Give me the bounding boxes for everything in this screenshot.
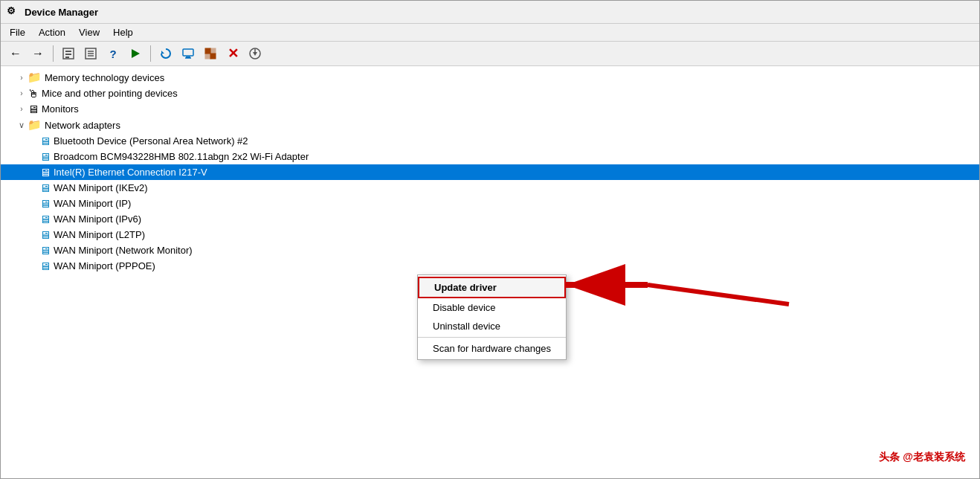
menu-file[interactable]: File [4, 25, 31, 39]
icon-network: 📁 [28, 118, 42, 132]
toolbar-forward-button[interactable]: → [28, 44, 48, 63]
device-tree[interactable]: › 📁 Memory technology devices › 🖱 Mice a… [1, 66, 979, 478]
svg-rect-13 [205, 48, 210, 54]
toolbar-back-button[interactable]: ← [5, 44, 26, 63]
menu-help[interactable]: Help [107, 25, 139, 39]
toolbar-btn-download[interactable] [245, 44, 265, 63]
tree-item-wan-ikev2[interactable]: 🖥 WAN Miniport (IKEv2) [1, 180, 979, 196]
ctx-disable-device-label: Disable device [433, 302, 496, 313]
toolbar-btn-help[interactable]: ? [103, 44, 123, 63]
toolbar-btn-display[interactable] [178, 44, 199, 63]
tree-item-broadcom[interactable]: 🖥 Broadcom BCM943228HMB 802.11abgn 2x2 W… [1, 149, 979, 164]
ctx-update-driver-label: Update driver [434, 282, 497, 293]
tree-item-mice[interactable]: › 🖱 Mice and other pointing devices [1, 86, 979, 101]
svg-rect-14 [210, 48, 216, 54]
icon-wan-ikev2: 🖥 [39, 181, 51, 194]
svg-rect-15 [205, 54, 210, 59]
tree-item-wan-ip[interactable]: 🖥 WAN Miniport (IP) [1, 196, 979, 211]
label-intel: Intel(R) Ethernet Connection I217-V [54, 167, 207, 178]
tree-item-wan-ipv6[interactable]: 🖥 WAN Miniport (IPv6) [1, 211, 979, 227]
ctx-disable-device[interactable]: Disable device [418, 298, 566, 317]
svg-line-22 [648, 285, 789, 304]
svg-rect-2 [65, 54, 71, 55]
toolbar-separator-1 [53, 45, 54, 62]
icon-wan-netmon: 🖥 [39, 244, 51, 257]
toggle-memory[interactable]: › [16, 74, 28, 82]
icon-intel: 🖥 [39, 166, 51, 179]
toolbar-separator-2 [150, 45, 151, 62]
svg-rect-1 [65, 51, 71, 52]
label-wan-netmon: WAN Miniport (Network Monitor) [54, 245, 193, 256]
toolbar-btn-refresh[interactable] [155, 44, 176, 63]
menu-bar: File Action View Help [1, 24, 979, 42]
title-bar: ⚙ Device Manager [1, 1, 979, 24]
toolbar-btn-properties[interactable] [58, 44, 79, 63]
icon-broadcom: 🖥 [39, 150, 51, 163]
toolbar: ← → ? ✕ [1, 42, 979, 66]
icon-wan-ip: 🖥 [39, 197, 51, 210]
toggle-network[interactable]: ∨ [16, 120, 28, 130]
toolbar-btn-remove[interactable]: ✕ [222, 44, 243, 63]
content-area: › 📁 Memory technology devices › 🖱 Mice a… [1, 66, 979, 478]
toolbar-btn-run[interactable] [125, 44, 146, 63]
toggle-mice[interactable]: › [16, 89, 28, 97]
toggle-monitors[interactable]: › [16, 105, 28, 113]
icon-bluetooth: 🖥 [39, 135, 51, 147]
label-wan-l2tp: WAN Miniport (L2TP) [54, 229, 145, 240]
icon-wan-l2tp: 🖥 [39, 228, 51, 241]
icon-monitors: 🖥 [28, 103, 39, 115]
tree-item-wan-netmon[interactable]: 🖥 WAN Miniport (Network Monitor) [1, 242, 979, 258]
label-mice: Mice and other pointing devices [42, 88, 178, 99]
tree-item-network[interactable]: ∨ 📁 Network adapters [1, 117, 979, 133]
tree-item-bluetooth[interactable]: 🖥 Bluetooth Device (Personal Area Networ… [1, 133, 979, 149]
menu-action[interactable]: Action [33, 25, 71, 39]
icon-memory: 📁 [28, 71, 42, 84]
ctx-scan-hardware-label: Scan for hardware changes [433, 343, 551, 354]
svg-marker-9 [161, 51, 164, 54]
toolbar-btn-scan[interactable] [200, 44, 221, 63]
label-wan-ipv6: WAN Miniport (IPv6) [54, 213, 141, 225]
ctx-uninstall-device[interactable]: Uninstall device [418, 317, 566, 335]
ctx-separator [418, 337, 566, 338]
tree-item-memory[interactable]: › 📁 Memory technology devices [1, 69, 979, 86]
tree-item-wan-pppoe[interactable]: 🖥 WAN Miniport (PPPOE) [1, 258, 979, 274]
ctx-update-driver[interactable]: Update driver [418, 277, 566, 298]
tree-item-wan-l2tp[interactable]: 🖥 WAN Miniport (L2TP) [1, 227, 979, 242]
label-memory: Memory technology devices [45, 72, 164, 83]
title-bar-text: Device Manager [25, 7, 98, 18]
tree-item-monitors[interactable]: › 🖥 Monitors [1, 101, 979, 117]
tree-item-intel[interactable]: 🖥 Intel(R) Ethernet Connection I217-V [1, 164, 979, 180]
device-manager-window: ⚙ Device Manager File Action View Help ←… [0, 0, 980, 479]
ctx-scan-hardware[interactable]: Scan for hardware changes [418, 339, 566, 358]
ctx-uninstall-device-label: Uninstall device [433, 321, 500, 332]
title-bar-icon: ⚙ [7, 5, 20, 19]
label-monitors: Monitors [42, 103, 79, 115]
context-menu: Update driver Disable device Uninstall d… [417, 274, 567, 360]
svg-rect-10 [183, 49, 193, 56]
menu-view[interactable]: View [73, 25, 106, 39]
label-network: Network adapters [45, 120, 120, 131]
toolbar-btn-detail[interactable] [80, 44, 101, 63]
svg-rect-3 [65, 57, 69, 58]
svg-marker-8 [132, 49, 140, 58]
label-broadcom: Broadcom BCM943228HMB 802.11abgn 2x2 Wi-… [54, 151, 309, 162]
label-wan-pppoe: WAN Miniport (PPPOE) [54, 260, 155, 271]
icon-wan-pppoe: 🖥 [39, 260, 51, 272]
label-bluetooth: Bluetooth Device (Personal Area Network)… [54, 135, 248, 147]
label-wan-ikev2: WAN Miniport (IKEv2) [54, 182, 148, 193]
label-wan-ip: WAN Miniport (IP) [54, 198, 131, 209]
svg-rect-16 [210, 54, 216, 59]
svg-marker-18 [253, 52, 257, 56]
icon-mice: 🖱 [28, 87, 39, 100]
icon-wan-ipv6: 🖥 [39, 213, 51, 225]
